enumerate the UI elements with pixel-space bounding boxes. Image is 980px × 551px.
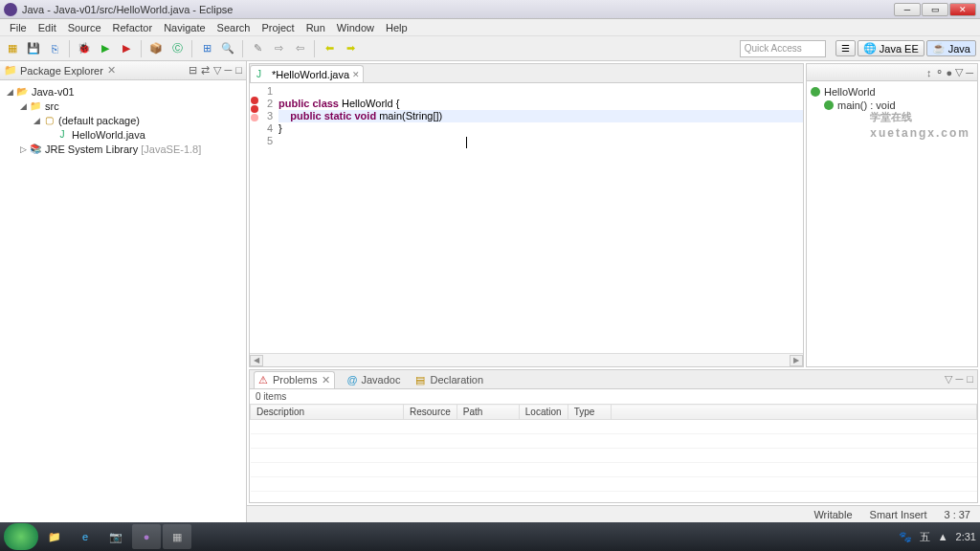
col-description[interactable]: Description (251, 405, 404, 420)
java-file-icon: J (256, 69, 268, 80)
tab-problems[interactable]: ⚠Problems✕ (254, 371, 335, 388)
minimize-button[interactable]: ─ (894, 3, 921, 16)
window-title: Java - Java-v01/src/HelloWorld.java - Ec… (22, 4, 894, 15)
error-marker-icon[interactable] (251, 105, 258, 113)
col-path[interactable]: Path (457, 405, 519, 420)
save-all-icon[interactable]: ⎘ (46, 40, 63, 57)
project-tree[interactable]: ◢📂Java-v01 ◢📁src ◢▢(default package) JHe… (0, 80, 246, 522)
perspective-java[interactable]: ☕Java (926, 40, 976, 56)
outline-menu-icon[interactable]: ▽ (955, 66, 963, 78)
declaration-icon: ▤ (415, 374, 427, 386)
tree-package[interactable]: ◢▢(default package) (0, 113, 246, 127)
package-explorer-view: 📁 Package Explorer ✕ ⊟ ⇄ ▽ ─ □ ◢📂Java-v0… (0, 61, 247, 522)
menu-project[interactable]: Project (256, 20, 300, 35)
col-type[interactable]: Type (568, 405, 611, 420)
outline-method[interactable]: main() : void (811, 99, 973, 112)
back-icon[interactable]: ⬅ (321, 40, 338, 57)
taskbar-eclipse-icon[interactable]: ● (132, 524, 161, 549)
next-annotation-icon[interactable]: ⇨ (270, 40, 287, 57)
outline-hide-icon[interactable]: ● (947, 67, 953, 78)
menu-refactor[interactable]: Refactor (107, 20, 159, 35)
maximize-view-icon[interactable]: □ (235, 64, 242, 77)
menu-source[interactable]: Source (62, 20, 107, 35)
quick-access-input[interactable]: Quick Access (740, 40, 826, 57)
system-tray[interactable]: 🐾 五 ▲ 2:31 (899, 530, 976, 544)
folder-icon: 📁 (4, 64, 17, 77)
taskbar-ie-icon[interactable]: e (71, 524, 100, 549)
horizontal-scrollbar[interactable]: ◀ ▶ (250, 353, 803, 366)
collapse-all-icon[interactable]: ⊟ (189, 64, 197, 77)
windows-taskbar: 📁 e 📷 ● ▦ 🐾 五 ▲ 2:31 (0, 522, 980, 551)
editor-body[interactable]: 12345 public class HelloWorld { public s… (250, 83, 803, 353)
run-icon[interactable]: ▶ (97, 40, 114, 57)
outline-content[interactable]: HelloWorld main() : void (807, 81, 977, 116)
taskbar-explorer-icon[interactable]: 📁 (40, 524, 69, 549)
tab-close-icon[interactable]: ✕ (352, 70, 360, 79)
search-icon[interactable]: 🔍 (219, 40, 236, 57)
taskbar-app-icon[interactable]: 📷 (101, 524, 130, 549)
tree-project[interactable]: ◢📂Java-v01 (0, 84, 246, 99)
start-button[interactable] (4, 523, 38, 550)
tray-flag-icon[interactable]: ▲ (938, 531, 948, 542)
tree-src[interactable]: ◢📁src (0, 99, 246, 113)
debug-icon[interactable]: 🐞 (76, 40, 93, 57)
status-cursor-pos: 3 : 37 (944, 509, 970, 520)
menu-edit[interactable]: Edit (33, 20, 62, 35)
bottom-tabs: ⚠Problems✕ @Javadoc ▤Declaration ▽ ─ □ (250, 370, 977, 389)
close-button[interactable]: ✕ (949, 3, 976, 16)
link-editor-icon[interactable]: ⇄ (201, 64, 210, 77)
toggle-mark-icon[interactable]: ✎ (249, 40, 266, 57)
minimize-view-icon[interactable]: ─ (956, 373, 964, 386)
new-class-icon[interactable]: Ⓒ (168, 40, 186, 57)
minimize-view-icon[interactable]: ─ (966, 67, 973, 78)
code-content[interactable]: public class HelloWorld { public static … (275, 83, 803, 353)
new-icon[interactable]: ▦ (4, 40, 21, 57)
problems-content: 0 items Description Resource Path Locati… (250, 389, 977, 502)
outline-view: ↕ ⚬ ● ▽ ─ HelloWorld main() : void (806, 63, 978, 367)
menu-run[interactable]: Run (301, 20, 331, 35)
menu-help[interactable]: Help (380, 20, 413, 35)
forward-icon[interactable]: ➡ (342, 40, 359, 57)
save-icon[interactable]: 💾 (25, 40, 42, 57)
package-explorer-header: 📁 Package Explorer ✕ ⊟ ⇄ ▽ ─ □ (0, 61, 246, 80)
tray-clock[interactable]: 2:31 (956, 531, 976, 542)
error-marker-icon[interactable] (251, 114, 258, 121)
open-type-icon[interactable]: ⊞ (198, 40, 215, 57)
tab-javadoc[interactable]: @Javadoc (343, 372, 404, 387)
view-tab-close-icon[interactable]: ✕ (107, 64, 116, 77)
taskbar-app2-icon[interactable]: ▦ (163, 524, 191, 549)
menu-navigate[interactable]: Navigate (158, 20, 211, 35)
outline-class[interactable]: HelloWorld (811, 85, 973, 99)
open-perspective-button[interactable]: ☰ (835, 40, 856, 56)
marker-ruler (250, 83, 259, 353)
error-marker-icon[interactable] (251, 97, 258, 104)
tree-jre[interactable]: ▷📚JRE System Library [JavaSE-1.8] (0, 142, 246, 156)
problems-table[interactable]: Description Resource Path Location Type (250, 404, 977, 502)
tree-file[interactable]: JHelloWorld.java (0, 127, 246, 142)
new-package-icon[interactable]: 📦 (147, 40, 165, 57)
col-location[interactable]: Location (519, 405, 568, 420)
tray-lang-icon[interactable]: 五 (920, 530, 930, 544)
view-menu-icon[interactable]: ▽ (213, 64, 221, 77)
col-resource[interactable]: Resource (404, 405, 457, 420)
menu-file[interactable]: File (4, 20, 33, 35)
package-explorer-title: Package Explorer (20, 65, 103, 77)
maximize-button[interactable]: ▭ (922, 3, 948, 16)
menu-window[interactable]: Window (331, 20, 380, 35)
run-last-icon[interactable]: ▶ (118, 40, 135, 57)
scroll-left-icon[interactable]: ◀ (250, 355, 263, 366)
scroll-right-icon[interactable]: ▶ (790, 355, 803, 366)
view-menu-icon[interactable]: ▽ (945, 373, 952, 386)
tray-icon[interactable]: 🐾 (899, 531, 912, 543)
maximize-view-icon[interactable]: □ (967, 373, 973, 386)
perspective-javaee[interactable]: 🌐Java EE (858, 40, 924, 56)
outline-sort-icon[interactable]: ↕ (926, 67, 932, 78)
prev-annotation-icon[interactable]: ⇦ (291, 40, 308, 57)
editor-main: J *HelloWorld.java ✕ 12345 (247, 61, 980, 522)
editor-tab-helloworld[interactable]: J *HelloWorld.java ✕ (250, 65, 364, 82)
eclipse-icon (4, 3, 17, 16)
minimize-view-icon[interactable]: ─ (225, 64, 233, 77)
menu-search[interactable]: Search (212, 20, 256, 35)
tab-declaration[interactable]: ▤Declaration (412, 372, 487, 387)
outline-filter-icon[interactable]: ⚬ (935, 66, 944, 78)
